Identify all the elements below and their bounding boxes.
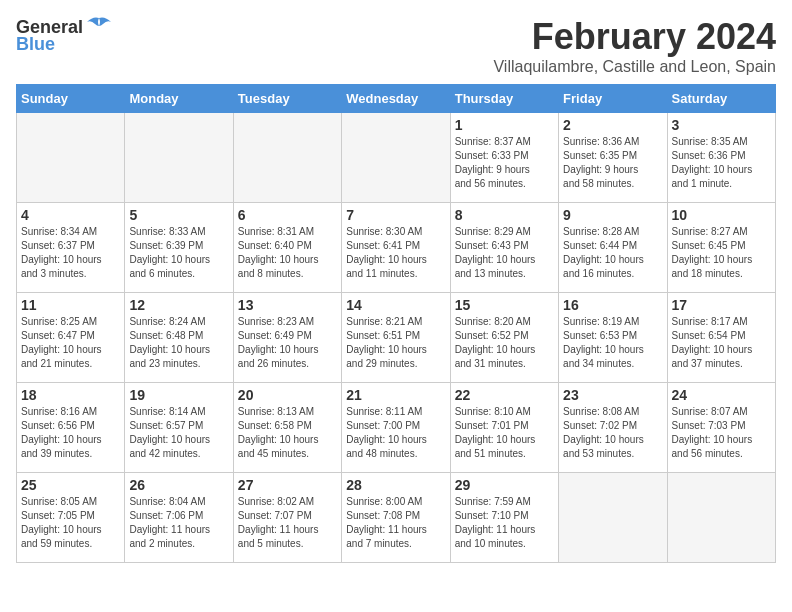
day-number: 8 bbox=[455, 207, 554, 223]
day-info: Sunrise: 8:02 AM Sunset: 7:07 PM Dayligh… bbox=[238, 495, 337, 551]
calendar-week-row: 1Sunrise: 8:37 AM Sunset: 6:33 PM Daylig… bbox=[17, 113, 776, 203]
calendar-day-cell: 10Sunrise: 8:27 AM Sunset: 6:45 PM Dayli… bbox=[667, 203, 775, 293]
day-info: Sunrise: 8:14 AM Sunset: 6:57 PM Dayligh… bbox=[129, 405, 228, 461]
calendar-day-cell bbox=[342, 113, 450, 203]
day-number: 5 bbox=[129, 207, 228, 223]
calendar-header-row: SundayMondayTuesdayWednesdayThursdayFrid… bbox=[17, 85, 776, 113]
day-number: 26 bbox=[129, 477, 228, 493]
day-number: 22 bbox=[455, 387, 554, 403]
calendar-day-header: Tuesday bbox=[233, 85, 341, 113]
day-info: Sunrise: 8:33 AM Sunset: 6:39 PM Dayligh… bbox=[129, 225, 228, 281]
day-info: Sunrise: 7:59 AM Sunset: 7:10 PM Dayligh… bbox=[455, 495, 554, 551]
day-number: 27 bbox=[238, 477, 337, 493]
day-info: Sunrise: 8:35 AM Sunset: 6:36 PM Dayligh… bbox=[672, 135, 771, 191]
day-number: 3 bbox=[672, 117, 771, 133]
calendar-day-cell: 20Sunrise: 8:13 AM Sunset: 6:58 PM Dayli… bbox=[233, 383, 341, 473]
day-info: Sunrise: 8:27 AM Sunset: 6:45 PM Dayligh… bbox=[672, 225, 771, 281]
day-info: Sunrise: 8:29 AM Sunset: 6:43 PM Dayligh… bbox=[455, 225, 554, 281]
calendar-day-cell: 17Sunrise: 8:17 AM Sunset: 6:54 PM Dayli… bbox=[667, 293, 775, 383]
day-info: Sunrise: 8:20 AM Sunset: 6:52 PM Dayligh… bbox=[455, 315, 554, 371]
day-number: 20 bbox=[238, 387, 337, 403]
calendar-day-cell: 15Sunrise: 8:20 AM Sunset: 6:52 PM Dayli… bbox=[450, 293, 558, 383]
day-number: 1 bbox=[455, 117, 554, 133]
day-info: Sunrise: 8:28 AM Sunset: 6:44 PM Dayligh… bbox=[563, 225, 662, 281]
day-number: 13 bbox=[238, 297, 337, 313]
day-number: 6 bbox=[238, 207, 337, 223]
day-number: 14 bbox=[346, 297, 445, 313]
day-number: 28 bbox=[346, 477, 445, 493]
day-number: 4 bbox=[21, 207, 120, 223]
day-info: Sunrise: 8:00 AM Sunset: 7:08 PM Dayligh… bbox=[346, 495, 445, 551]
calendar-day-cell bbox=[559, 473, 667, 563]
day-number: 15 bbox=[455, 297, 554, 313]
calendar-day-cell: 7Sunrise: 8:30 AM Sunset: 6:41 PM Daylig… bbox=[342, 203, 450, 293]
day-info: Sunrise: 8:04 AM Sunset: 7:06 PM Dayligh… bbox=[129, 495, 228, 551]
calendar-day-header: Monday bbox=[125, 85, 233, 113]
day-info: Sunrise: 8:08 AM Sunset: 7:02 PM Dayligh… bbox=[563, 405, 662, 461]
calendar-week-row: 18Sunrise: 8:16 AM Sunset: 6:56 PM Dayli… bbox=[17, 383, 776, 473]
day-number: 19 bbox=[129, 387, 228, 403]
page-subtitle: Villaquilambre, Castille and Leon, Spain bbox=[493, 58, 776, 76]
day-number: 25 bbox=[21, 477, 120, 493]
calendar-day-header: Friday bbox=[559, 85, 667, 113]
logo: General Blue bbox=[16, 16, 113, 55]
calendar-day-header: Sunday bbox=[17, 85, 125, 113]
calendar-day-cell bbox=[125, 113, 233, 203]
title-area: February 2024 Villaquilambre, Castille a… bbox=[493, 16, 776, 76]
calendar-day-cell: 13Sunrise: 8:23 AM Sunset: 6:49 PM Dayli… bbox=[233, 293, 341, 383]
calendar-day-cell: 6Sunrise: 8:31 AM Sunset: 6:40 PM Daylig… bbox=[233, 203, 341, 293]
day-number: 21 bbox=[346, 387, 445, 403]
calendar-day-cell: 23Sunrise: 8:08 AM Sunset: 7:02 PM Dayli… bbox=[559, 383, 667, 473]
calendar-day-cell: 3Sunrise: 8:35 AM Sunset: 6:36 PM Daylig… bbox=[667, 113, 775, 203]
calendar-day-cell: 19Sunrise: 8:14 AM Sunset: 6:57 PM Dayli… bbox=[125, 383, 233, 473]
day-number: 24 bbox=[672, 387, 771, 403]
day-info: Sunrise: 8:07 AM Sunset: 7:03 PM Dayligh… bbox=[672, 405, 771, 461]
calendar-day-cell bbox=[667, 473, 775, 563]
calendar-day-cell: 21Sunrise: 8:11 AM Sunset: 7:00 PM Dayli… bbox=[342, 383, 450, 473]
day-number: 10 bbox=[672, 207, 771, 223]
day-info: Sunrise: 8:24 AM Sunset: 6:48 PM Dayligh… bbox=[129, 315, 228, 371]
calendar-day-cell bbox=[233, 113, 341, 203]
calendar-day-cell: 2Sunrise: 8:36 AM Sunset: 6:35 PM Daylig… bbox=[559, 113, 667, 203]
calendar-day-cell bbox=[17, 113, 125, 203]
day-info: Sunrise: 8:16 AM Sunset: 6:56 PM Dayligh… bbox=[21, 405, 120, 461]
day-info: Sunrise: 8:13 AM Sunset: 6:58 PM Dayligh… bbox=[238, 405, 337, 461]
calendar-day-cell: 1Sunrise: 8:37 AM Sunset: 6:33 PM Daylig… bbox=[450, 113, 558, 203]
day-info: Sunrise: 8:11 AM Sunset: 7:00 PM Dayligh… bbox=[346, 405, 445, 461]
day-number: 11 bbox=[21, 297, 120, 313]
day-info: Sunrise: 8:34 AM Sunset: 6:37 PM Dayligh… bbox=[21, 225, 120, 281]
calendar-day-cell: 8Sunrise: 8:29 AM Sunset: 6:43 PM Daylig… bbox=[450, 203, 558, 293]
day-number: 18 bbox=[21, 387, 120, 403]
day-number: 7 bbox=[346, 207, 445, 223]
calendar-day-cell: 14Sunrise: 8:21 AM Sunset: 6:51 PM Dayli… bbox=[342, 293, 450, 383]
calendar-day-header: Wednesday bbox=[342, 85, 450, 113]
calendar-week-row: 25Sunrise: 8:05 AM Sunset: 7:05 PM Dayli… bbox=[17, 473, 776, 563]
day-number: 23 bbox=[563, 387, 662, 403]
calendar-day-cell: 4Sunrise: 8:34 AM Sunset: 6:37 PM Daylig… bbox=[17, 203, 125, 293]
calendar-day-cell: 25Sunrise: 8:05 AM Sunset: 7:05 PM Dayli… bbox=[17, 473, 125, 563]
day-number: 9 bbox=[563, 207, 662, 223]
day-number: 16 bbox=[563, 297, 662, 313]
day-info: Sunrise: 8:10 AM Sunset: 7:01 PM Dayligh… bbox=[455, 405, 554, 461]
calendar-week-row: 4Sunrise: 8:34 AM Sunset: 6:37 PM Daylig… bbox=[17, 203, 776, 293]
day-info: Sunrise: 8:37 AM Sunset: 6:33 PM Dayligh… bbox=[455, 135, 554, 191]
calendar-day-cell: 29Sunrise: 7:59 AM Sunset: 7:10 PM Dayli… bbox=[450, 473, 558, 563]
day-info: Sunrise: 8:21 AM Sunset: 6:51 PM Dayligh… bbox=[346, 315, 445, 371]
day-info: Sunrise: 8:05 AM Sunset: 7:05 PM Dayligh… bbox=[21, 495, 120, 551]
calendar-day-cell: 24Sunrise: 8:07 AM Sunset: 7:03 PM Dayli… bbox=[667, 383, 775, 473]
logo-bird-icon bbox=[85, 16, 113, 38]
day-number: 17 bbox=[672, 297, 771, 313]
day-info: Sunrise: 8:19 AM Sunset: 6:53 PM Dayligh… bbox=[563, 315, 662, 371]
calendar-day-header: Thursday bbox=[450, 85, 558, 113]
day-info: Sunrise: 8:17 AM Sunset: 6:54 PM Dayligh… bbox=[672, 315, 771, 371]
calendar-day-cell: 5Sunrise: 8:33 AM Sunset: 6:39 PM Daylig… bbox=[125, 203, 233, 293]
calendar-table: SundayMondayTuesdayWednesdayThursdayFrid… bbox=[16, 84, 776, 563]
day-number: 12 bbox=[129, 297, 228, 313]
day-info: Sunrise: 8:31 AM Sunset: 6:40 PM Dayligh… bbox=[238, 225, 337, 281]
calendar-day-cell: 11Sunrise: 8:25 AM Sunset: 6:47 PM Dayli… bbox=[17, 293, 125, 383]
calendar-day-cell: 18Sunrise: 8:16 AM Sunset: 6:56 PM Dayli… bbox=[17, 383, 125, 473]
page-title: February 2024 bbox=[493, 16, 776, 58]
day-info: Sunrise: 8:36 AM Sunset: 6:35 PM Dayligh… bbox=[563, 135, 662, 191]
calendar-day-header: Saturday bbox=[667, 85, 775, 113]
calendar-day-cell: 27Sunrise: 8:02 AM Sunset: 7:07 PM Dayli… bbox=[233, 473, 341, 563]
